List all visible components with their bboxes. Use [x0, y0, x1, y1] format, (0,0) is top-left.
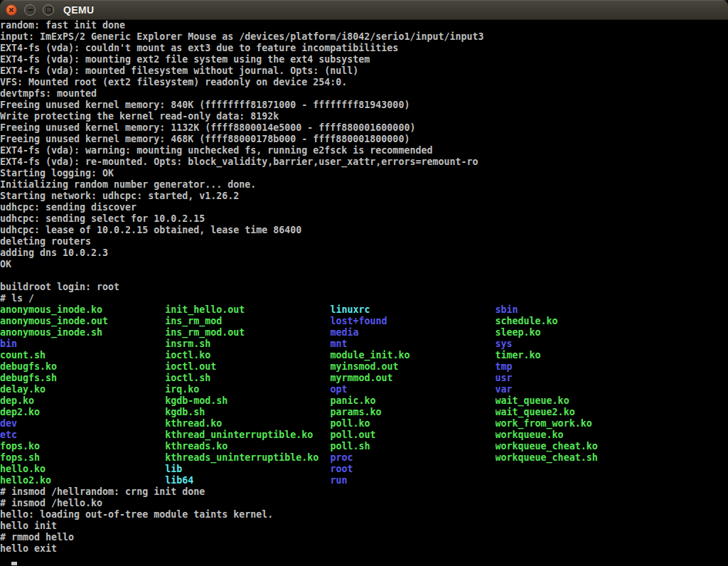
- ls-item: poll.out: [330, 429, 495, 441]
- ls-item: delay.ko: [0, 384, 165, 395]
- terminal-line: buildroot login: root: [0, 282, 728, 293]
- ls-item: linuxrc: [330, 304, 495, 316]
- ls-item: lib64: [165, 475, 330, 486]
- ls-item: wait_queue2.ko: [496, 407, 660, 418]
- terminal-line: devtmpfs: mounted: [0, 88, 728, 100]
- ls-item: media: [330, 327, 495, 338]
- ls-item: debugfs.sh: [0, 373, 165, 384]
- ls-item: kthread.ko: [165, 418, 330, 429]
- ls-item: ioctl.out: [165, 361, 330, 373]
- ls-item: mnt: [330, 338, 495, 350]
- ls-row: hello.kolibroot: [0, 464, 728, 475]
- ls-item: tmp: [496, 361, 660, 373]
- terminal-line: Starting logging: OK: [0, 168, 728, 179]
- ls-row: anonymous_inode.koinit_hello.outlinuxrcs…: [0, 304, 728, 316]
- ls-item: lost+found: [330, 316, 495, 327]
- ls-item: ins_rm_mod.out: [165, 327, 330, 338]
- ls-item: wait_queue.ko: [496, 395, 660, 407]
- terminal-line: udhcpc: sending select for 10.0.2.15: [0, 213, 728, 225]
- terminal-line: Starting network: udhcpc: started, v1.26…: [0, 191, 728, 202]
- ls-row: hello2.kolib64run: [0, 475, 728, 486]
- ls-item: run: [330, 475, 495, 486]
- terminal-line: hello exit: [0, 543, 728, 555]
- maximize-button[interactable]: [43, 4, 54, 16]
- ls-item: opt: [330, 384, 495, 395]
- ls-item: kgdb.sh: [165, 407, 330, 418]
- ls-item: insrm.sh: [165, 338, 330, 350]
- ls-item: usr: [496, 373, 660, 384]
- ls-output: anonymous_inode.koinit_hello.outlinuxrcs…: [0, 304, 728, 486]
- ls-item: var: [496, 384, 660, 395]
- window-title: QEMU: [63, 0, 95, 20]
- ls-item: workqueue.ko: [496, 429, 660, 441]
- terminal-line: # insmod /hellrandom: crng init done: [0, 486, 728, 498]
- ls-item: poll.ko: [330, 418, 495, 429]
- ls-item: init_hello.out: [165, 304, 330, 316]
- terminal-line: hello init: [0, 520, 728, 532]
- ls-empty-cell: [496, 464, 660, 475]
- terminal-line: random: fast init done: [0, 20, 728, 31]
- ls-item: kthread_uninterruptible.ko: [165, 429, 330, 441]
- ls-item: fops.ko: [0, 441, 165, 452]
- terminal-line: EXT4-fs (vda): couldn't mount as ext3 du…: [0, 43, 728, 54]
- ls-item: schedule.ko: [496, 316, 660, 327]
- close-button[interactable]: [6, 4, 17, 16]
- ls-item: proc: [330, 452, 495, 464]
- ls-item: sbin: [496, 304, 660, 316]
- ls-row: debugfs.koioctl.outmyinsmod.outtmp: [0, 361, 728, 373]
- ls-item: irq.ko: [165, 384, 330, 395]
- ls-item: count.sh: [0, 350, 165, 361]
- ls-item: fops.sh: [0, 452, 165, 464]
- ls-item: hello.ko: [0, 464, 165, 475]
- ls-row: delay.koirq.kooptvar: [0, 384, 728, 395]
- terminal-line: EXT4-fs (vda): re-mounted. Opts: block_v…: [0, 156, 728, 168]
- terminal-line: VFS: Mounted root (ext2 filesystem) read…: [0, 77, 728, 88]
- terminal-line: EXT4-fs (vda): mounted filesystem withou…: [0, 65, 728, 77]
- ls-row: bininsrm.shmntsys: [0, 338, 728, 350]
- terminal-screen[interactable]: random: fast init doneinput: ImExPS/2 Ge…: [0, 20, 728, 566]
- ls-item: etc: [0, 429, 165, 441]
- ls-item: myrmmod.out: [330, 373, 495, 384]
- window-titlebar[interactable]: QEMU: [0, 0, 728, 20]
- ls-item: dev: [0, 418, 165, 429]
- terminal-line: udhcpc: lease of 10.0.2.15 obtained, lea…: [0, 225, 728, 236]
- ls-item: ioctl.ko: [165, 350, 330, 361]
- terminal-line: # rmmod hello: [0, 532, 728, 543]
- ls-row: dep2.kokgdb.shparams.kowait_queue2.ko: [0, 407, 728, 418]
- ls-row: devkthread.kopoll.kowork_from_work.ko: [0, 418, 728, 429]
- terminal-line: Freeing unused kernel memory: 468K (ffff…: [0, 134, 728, 145]
- ls-row: anonymous_inode.outins_rm_modlost+founds…: [0, 316, 728, 327]
- ls-row: fops.shkthreads_uninterruptible.koprocwo…: [0, 452, 728, 464]
- ls-empty-cell: [496, 475, 660, 486]
- terminal-line: deleting routers: [0, 236, 728, 247]
- ls-item: dep.ko: [0, 395, 165, 407]
- ls-item: kthreads.ko: [165, 441, 330, 452]
- terminal-line: Freeing unused kernel memory: 840K (ffff…: [0, 100, 728, 111]
- terminal-line: # ls /: [0, 293, 728, 304]
- ls-row: count.shioctl.komodule_init.kotimer.ko: [0, 350, 728, 361]
- minimize-button[interactable]: [24, 4, 36, 16]
- terminal-line: Freeing unused kernel memory: 1132K (fff…: [0, 122, 728, 134]
- ls-item: kgdb-mod.sh: [165, 395, 330, 407]
- ls-item: sleep.ko: [496, 327, 660, 338]
- ls-item: debugfs.ko: [0, 361, 165, 373]
- ls-item: hello2.ko: [0, 475, 165, 486]
- terminal-line: hello: loading out-of-tree module taints…: [0, 509, 728, 520]
- boot-log: random: fast init doneinput: ImExPS/2 Ge…: [0, 20, 728, 304]
- qemu-window: { "window": { "title": "QEMU", "buttons"…: [0, 0, 728, 566]
- ls-item: workqueue_cheat.ko: [496, 441, 660, 452]
- ls-row: anonymous_inode.shins_rm_mod.outmediasle…: [0, 327, 728, 338]
- ls-item: poll.sh: [330, 441, 495, 452]
- terminal-line: EXT4-fs (vda): mounting ext2 file system…: [0, 54, 728, 65]
- text-cursor: [11, 562, 17, 565]
- ls-row: dep.kokgdb-mod.shpanic.kowait_queue.ko: [0, 395, 728, 407]
- ls-item: lib: [165, 464, 330, 475]
- ls-item: ioctl.sh: [165, 373, 330, 384]
- ls-row: debugfs.shioctl.shmyrmmod.outusr: [0, 373, 728, 384]
- ls-row: fops.kokthreads.kopoll.shworkqueue_cheat…: [0, 441, 728, 452]
- ls-item: bin: [0, 338, 165, 350]
- terminal-line: adding dns 10.0.2.3: [0, 247, 728, 259]
- ls-row: etckthread_uninterruptible.kopoll.outwor…: [0, 429, 728, 441]
- ls-item: anonymous_inode.ko: [0, 304, 165, 316]
- shell-prompt-line: #: [0, 555, 728, 566]
